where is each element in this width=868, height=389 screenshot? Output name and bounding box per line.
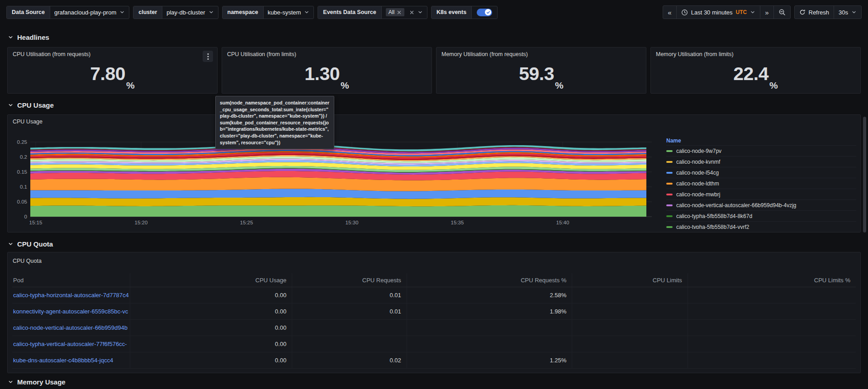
svg-text:15:20: 15:20 — [135, 220, 148, 225]
refresh-interval-select[interactable]: 30s — [834, 6, 861, 19]
time-shift-back-button[interactable]: « — [663, 6, 676, 19]
pod-link-cell: konnectivity-agent-autoscaler-6559c85bc-… — [12, 304, 130, 319]
refresh-button[interactable]: Refresh — [795, 6, 834, 19]
section-header-headlines[interactable]: Headlines — [8, 33, 49, 41]
tooltip-line: cluster="play-db-cluster", namespace="ku… — [220, 133, 330, 139]
column-header-cpu-usage[interactable]: CPU Usage — [130, 273, 292, 287]
tooltip-line: sum(kube_pod_container_resource_requests… — [220, 119, 330, 126]
legend-header-label: Name — [666, 138, 681, 144]
table-row: kube-dns-autoscaler-c4b8bbb54-jqcc40.000… — [12, 352, 856, 369]
filter-chip-events-data-source: Events Data SourceAll — [318, 6, 427, 19]
series-color-swatch — [666, 161, 673, 163]
series-name: calico-node-kvnmf — [676, 159, 720, 165]
panel-menu-button[interactable] — [203, 51, 213, 62]
legend-item[interactable]: calico-node-l54cg — [666, 167, 856, 178]
legend-item[interactable]: calico-node-9w7pv — [666, 146, 856, 157]
column-header-cpu-requests-[interactable]: CPU Requests % — [407, 273, 573, 287]
zoom-out-time-button[interactable] — [773, 6, 790, 19]
chevron-down-icon — [417, 9, 423, 15]
value-cell — [292, 336, 407, 352]
section-title: Headlines — [17, 33, 49, 41]
stat-unit: % — [555, 80, 564, 93]
stat-unit: % — [126, 80, 135, 93]
stat-value: 7.80 — [90, 63, 125, 85]
column-header-pod[interactable]: Pod — [12, 273, 130, 287]
clear-all-icon[interactable] — [409, 10, 414, 15]
section-header-cpu-quota[interactable]: CPU Quota — [8, 240, 53, 248]
double-chevron-left-icon: « — [668, 9, 671, 16]
stat-panel-3: Memory Utilisation (from limits)22.4% — [650, 47, 861, 94]
legend-item[interactable]: calico-node-ldthm — [666, 178, 856, 189]
headline-stats-row: CPU Utilisation (from requests)7.80%CPU … — [7, 47, 861, 94]
timezone-label: UTC — [735, 9, 747, 15]
k8s-events-toggle[interactable] — [477, 9, 492, 16]
value-cell — [572, 352, 688, 368]
pod-link[interactable]: calico-typha-horizontal-autoscaler-7d778… — [13, 292, 129, 299]
chevron-down-icon — [750, 9, 755, 15]
remove-tag-icon[interactable] — [397, 10, 402, 15]
series-name: calico-node-vertical-autoscaler-66b959d9… — [676, 202, 796, 209]
table-row: calico-typha-vertical-autoscaler-77f6f57… — [12, 336, 856, 352]
stat-value-wrap: 22.4% — [651, 55, 860, 93]
section-header-memory-usage[interactable]: Memory Usage — [8, 378, 66, 386]
legend-item[interactable]: calico-node-kvnmf — [666, 157, 856, 167]
column-header-cpu-limits[interactable]: CPU Limits — [572, 273, 688, 287]
value-cell: 2.58% — [407, 287, 573, 303]
pod-link-cell: calico-typha-horizontal-autoscaler-7d778… — [12, 287, 130, 303]
chevron-down-icon — [304, 9, 309, 15]
value-tag[interactable]: All — [386, 8, 404, 16]
time-shift-forward-button[interactable]: » — [760, 6, 773, 19]
pod-link[interactable]: calico-typha-vertical-autoscaler-77f6f57… — [13, 341, 127, 347]
tooltip-line: play-db-cluster", namespace="kube-system… — [220, 113, 330, 119]
pod-link[interactable]: kube-dns-autoscaler-c4b8bbb54-jqcc4 — [13, 357, 113, 364]
legend-item[interactable]: calico-node-vertical-autoscaler-66b959d9… — [666, 200, 856, 211]
value-cell — [572, 336, 688, 352]
column-header-cpu-requests[interactable]: CPU Requests — [292, 273, 407, 287]
area-series-calico-node-kvnmf — [30, 197, 646, 206]
pod-link[interactable]: calico-node-vertical-autoscaler-66b959d9… — [13, 324, 128, 331]
refresh-label: Refresh — [809, 9, 830, 16]
svg-text:15:25: 15:25 — [240, 220, 253, 225]
time-range-button[interactable]: Last 30 minutes UTC — [676, 6, 760, 19]
pod-link-cell: calico-typha-vertical-autoscaler-77f6f57… — [12, 336, 130, 352]
legend-item[interactable]: calico-typha-5fb558b7d4-vvrf2 — [666, 222, 856, 229]
selected-value: grafanacloud-play-prom — [54, 9, 116, 16]
value-cell: 0.00 — [130, 352, 292, 368]
filter-value[interactable]: kube-system — [264, 6, 314, 19]
series-color-swatch — [666, 215, 673, 217]
value-cell — [407, 336, 573, 352]
filter-value[interactable]: All — [382, 6, 427, 19]
value-cell — [688, 287, 856, 303]
time-controls: « Last 30 minutes UTC » — [663, 5, 862, 19]
section-title: Memory Usage — [17, 378, 66, 386]
refresh-icon — [799, 9, 806, 15]
series-name: calico-node-mwbrj — [676, 191, 720, 198]
selected-value: play-db-cluster — [166, 9, 205, 16]
stat-value-wrap: 7.80% — [8, 55, 217, 93]
filter-label: namespace — [223, 6, 264, 19]
filter-value[interactable] — [472, 6, 497, 19]
toggle-knob — [485, 9, 491, 15]
value-cell — [688, 352, 856, 368]
clock-icon — [681, 9, 688, 16]
section-header-cpu-usage[interactable]: CPU Usage — [8, 101, 54, 109]
legend-item[interactable]: calico-typha-5fb558b7d4-8k67d — [666, 211, 856, 222]
column-header-cpu-limits-[interactable]: CPU Limits % — [688, 273, 856, 287]
stat-value-wrap: 1.30% — [222, 55, 432, 93]
value-cell — [688, 336, 856, 352]
time-picker-group: « Last 30 minutes UTC » — [663, 5, 790, 19]
pod-link[interactable]: konnectivity-agent-autoscaler-6559c85bc-… — [13, 308, 128, 315]
legend-header[interactable]: Name — [666, 136, 856, 146]
stat-value: 22.4 — [733, 63, 768, 85]
svg-text:0.2: 0.2 — [20, 154, 27, 160]
refresh-interval-value: 30s — [839, 9, 848, 16]
filter-value[interactable]: grafanacloud-play-prom — [50, 6, 129, 19]
cpu-usage-chart[interactable]: 00.050.10.150.20.2515:1515:2015:2515:301… — [11, 133, 667, 230]
value-cell — [572, 287, 688, 303]
filter-value[interactable]: play-db-cluster — [162, 6, 218, 19]
legend-item[interactable]: calico-node-mwbrj — [666, 189, 856, 200]
section-title: CPU Quota — [17, 240, 53, 248]
page-scrollbar-thumb[interactable] — [863, 117, 866, 232]
selected-value: kube-system — [268, 9, 301, 16]
svg-text:0.15: 0.15 — [17, 169, 27, 175]
